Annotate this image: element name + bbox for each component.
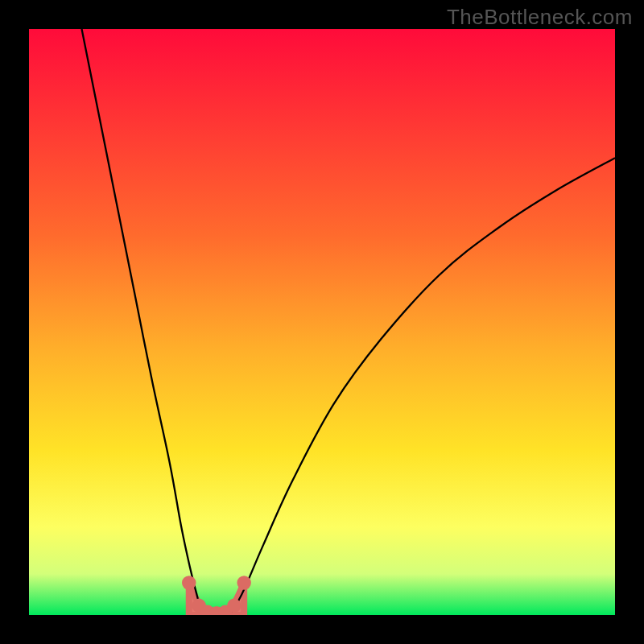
chart-plot-area [29, 29, 615, 615]
chart-svg [29, 29, 615, 615]
valley-marker-dot [182, 576, 196, 589]
chart-background [29, 29, 615, 615]
valley-marker-dot [227, 599, 241, 613]
watermark-text: TheBottleneck.com [447, 5, 633, 30]
valley-marker-dot [237, 576, 250, 589]
